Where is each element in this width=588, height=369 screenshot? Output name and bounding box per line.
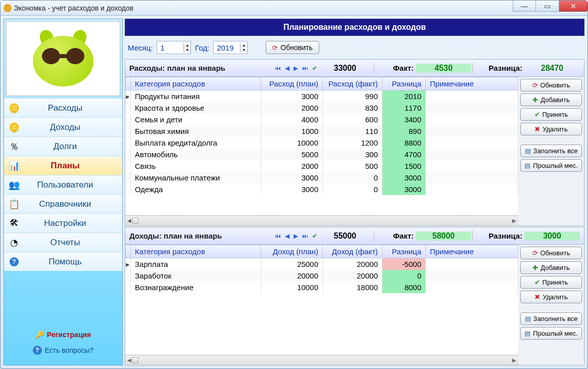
- cell-plan[interactable]: 5000: [261, 149, 323, 160]
- cell-fact[interactable]: 600: [323, 114, 382, 125]
- cell-fact[interactable]: 110: [323, 125, 382, 137]
- cell-note[interactable]: [426, 172, 518, 183]
- cell-fact[interactable]: 20000: [323, 258, 382, 270]
- cell-category[interactable]: Продукты питания: [131, 90, 261, 103]
- accept-button[interactable]: ✔Принять: [520, 108, 582, 121]
- add-button[interactable]: ✚Добавить: [520, 94, 582, 106]
- cell-note[interactable]: [426, 282, 518, 293]
- cell-diff[interactable]: 1170: [382, 102, 426, 114]
- cell-fact[interactable]: 20000: [323, 270, 382, 282]
- table-row[interactable]: ▸Зарплата2500020000-5000: [126, 258, 518, 270]
- cell-category[interactable]: Автомобиль: [131, 149, 261, 160]
- table-row[interactable]: Связь20005001500: [126, 160, 518, 172]
- spin-down-icon[interactable]: ▼: [240, 48, 247, 52]
- cell-category[interactable]: Коммунальные платежи: [131, 172, 261, 183]
- cell-diff[interactable]: 3000: [382, 172, 426, 183]
- confirm-icon[interactable]: ✔: [312, 233, 317, 240]
- table-row[interactable]: Заработок20000200000: [126, 270, 518, 282]
- col-category[interactable]: Категория расходов: [131, 77, 261, 90]
- last-record-icon[interactable]: ⏭: [302, 233, 308, 240]
- cell-plan[interactable]: 3000: [261, 172, 323, 183]
- sidebar-item-plans[interactable]: 📊 Планы: [4, 156, 122, 175]
- next-record-icon[interactable]: ▶: [293, 233, 298, 240]
- prev-month-button[interactable]: ▤Прошлый мес.: [520, 159, 582, 172]
- prev-month-button[interactable]: ▤Прошлый мес.: [520, 327, 582, 340]
- refresh-button[interactable]: ⟳Обновить: [520, 247, 582, 259]
- cell-note[interactable]: [426, 160, 518, 172]
- col-plan[interactable]: Доход (план): [261, 245, 323, 258]
- col-note[interactable]: Примечание: [426, 77, 518, 90]
- cell-fact[interactable]: 0: [323, 183, 382, 195]
- cell-note[interactable]: [426, 137, 518, 149]
- sidebar-item-directories[interactable]: 📋 Справочники: [4, 194, 122, 213]
- month-spinner[interactable]: ▲▼: [157, 41, 191, 54]
- cell-note[interactable]: [426, 90, 518, 103]
- table-row[interactable]: Вознаграждение10000180008000: [126, 282, 518, 293]
- cell-category[interactable]: Связь: [131, 160, 261, 172]
- year-spinner[interactable]: ▲▼: [213, 41, 248, 54]
- last-record-icon[interactable]: ⏭: [302, 65, 308, 72]
- table-row[interactable]: Коммунальные платежи300003000: [126, 172, 518, 183]
- maximize-button[interactable]: ▭: [536, 1, 559, 12]
- cell-category[interactable]: Вознаграждение: [131, 282, 261, 293]
- sidebar-item-settings[interactable]: 🛠 Настройки: [4, 213, 122, 233]
- col-diff[interactable]: Разница: [382, 245, 426, 258]
- confirm-icon[interactable]: ✔: [312, 65, 317, 72]
- cell-diff[interactable]: 1500: [382, 160, 426, 172]
- table-row[interactable]: Красота и здоровье20008301170: [126, 102, 518, 114]
- prev-record-icon[interactable]: ◀: [285, 233, 289, 240]
- cell-category[interactable]: Одежда: [131, 183, 261, 195]
- refresh-button[interactable]: ⟳ Обновить: [266, 41, 319, 54]
- cell-diff[interactable]: 890: [382, 125, 426, 137]
- col-note[interactable]: Примечание: [426, 245, 518, 258]
- cell-plan[interactable]: 2000: [261, 102, 323, 114]
- accept-button[interactable]: ✔Принять: [520, 276, 582, 289]
- incomes-grid[interactable]: Категория расходов Доход (план) Доход (ф…: [125, 245, 518, 355]
- cell-fact[interactable]: 1200: [323, 137, 382, 149]
- table-row[interactable]: Бытовая химия1000110890: [126, 125, 518, 137]
- cell-plan[interactable]: 2000: [261, 160, 323, 172]
- minimize-button[interactable]: —: [513, 1, 536, 12]
- cell-category[interactable]: Зарплата: [131, 258, 261, 270]
- table-row[interactable]: Семья и дети40006003400: [126, 114, 518, 125]
- sidebar-item-reports[interactable]: ◔ Отчеты: [4, 233, 122, 252]
- cell-plan[interactable]: 20000: [261, 270, 323, 282]
- cell-note[interactable]: [426, 258, 518, 270]
- first-record-icon[interactable]: ⏮: [275, 233, 281, 240]
- cell-diff[interactable]: 3000: [382, 183, 426, 195]
- expenses-grid[interactable]: Категория расходов Расход (план) Расход …: [125, 77, 518, 215]
- table-row[interactable]: ▸Продукты питания30009902010: [126, 90, 518, 103]
- fill-all-button[interactable]: ▤Заполнить все: [520, 145, 582, 157]
- add-button[interactable]: ✚Добавить: [520, 261, 582, 274]
- cell-plan[interactable]: 3000: [261, 90, 323, 103]
- spin-up-icon[interactable]: ▲: [240, 43, 247, 48]
- cell-note[interactable]: [426, 149, 518, 160]
- close-button[interactable]: ✕: [559, 1, 587, 12]
- table-row[interactable]: Выплата кредита/долга1000012008800: [126, 137, 518, 149]
- scroll-thumb[interactable]: [132, 218, 138, 224]
- table-row[interactable]: Одежда300003000: [126, 183, 518, 195]
- cell-fact[interactable]: 830: [323, 102, 382, 114]
- scroll-right-icon[interactable]: ▶: [512, 357, 516, 363]
- cell-fact[interactable]: 500: [323, 160, 382, 172]
- col-plan[interactable]: Расход (план): [261, 77, 323, 90]
- sidebar-item-expenses[interactable]: 🪙 Расходы: [4, 98, 122, 117]
- cell-note[interactable]: [426, 270, 518, 282]
- prev-record-icon[interactable]: ◀: [285, 65, 289, 72]
- delete-button[interactable]: ✖Удалить: [520, 123, 582, 135]
- month-input[interactable]: [157, 43, 183, 52]
- cell-category[interactable]: Красота и здоровье: [131, 102, 261, 114]
- registration-link[interactable]: 🔑 Регистрация: [35, 331, 91, 339]
- spin-up-icon[interactable]: ▲: [184, 43, 190, 48]
- col-diff[interactable]: Разница: [382, 77, 426, 90]
- cell-diff[interactable]: 4700: [382, 149, 426, 160]
- cell-diff[interactable]: 8800: [382, 137, 426, 149]
- expenses-hscrollbar[interactable]: ◀ ▶: [125, 215, 518, 225]
- cell-diff[interactable]: 2010: [382, 90, 426, 103]
- col-fact[interactable]: Расход (факт): [323, 77, 382, 90]
- cell-note[interactable]: [426, 125, 518, 137]
- sidebar-item-users[interactable]: 👥 Пользователи: [4, 175, 122, 194]
- cell-category[interactable]: Заработок: [131, 270, 261, 282]
- cell-plan[interactable]: 4000: [261, 114, 323, 125]
- sidebar-item-debts[interactable]: ％ Долги: [4, 136, 122, 156]
